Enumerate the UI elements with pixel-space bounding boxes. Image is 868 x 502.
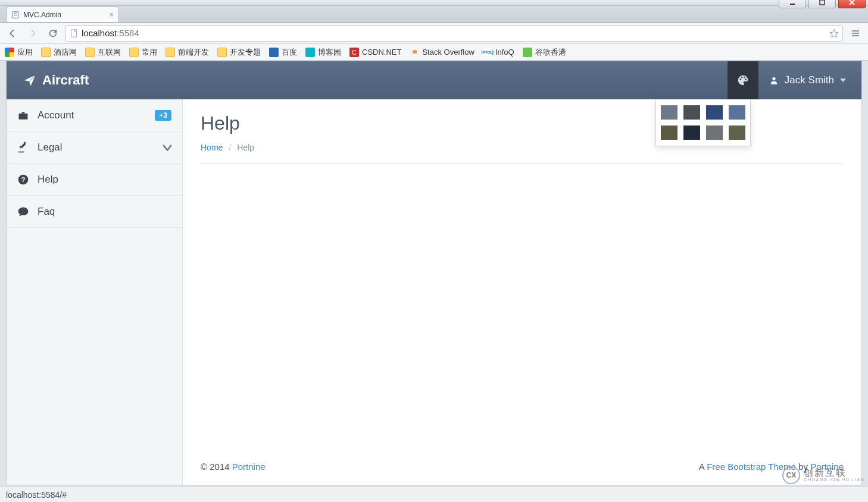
bookmark-star-icon[interactable] — [829, 29, 839, 38]
bookmark-item[interactable]: ≣Stack Overflow — [410, 48, 474, 57]
watermark-text: 创新互联 — [804, 468, 864, 478]
window-maximize-button[interactable] — [808, 0, 836, 8]
briefcase-icon — [17, 109, 29, 121]
footer: © 2014 Portnine A Free Bootstrap Theme b… — [201, 451, 844, 472]
bookmark-item[interactable]: 常用 — [129, 47, 157, 58]
window-close-button[interactable] — [838, 0, 866, 8]
theme-swatch[interactable] — [661, 105, 677, 120]
bookmark-label: InfoQ — [495, 48, 514, 57]
chevron-down-icon — [163, 143, 171, 152]
folder-icon — [129, 48, 139, 57]
watermark-logo-icon: CX — [782, 466, 800, 484]
bookmark-item[interactable]: 应用 — [5, 47, 33, 58]
svg-rect-6 — [14, 15, 17, 15]
theme-popover — [655, 99, 751, 146]
folder-icon — [166, 48, 175, 57]
sidebar-item-label: Account — [38, 109, 146, 121]
bookmark-item[interactable]: 百度 — [269, 47, 297, 58]
sidebar-item-label: Faq — [38, 206, 171, 218]
tab-close-icon[interactable]: × — [109, 10, 114, 19]
caret-down-icon — [840, 77, 846, 83]
paper-plane-icon — [23, 74, 36, 87]
theme-swatch[interactable] — [729, 126, 745, 140]
tab-title: MVC.Admin — [23, 11, 105, 19]
apps-icon — [5, 48, 14, 57]
watermark: CX 创新互联 CHUANG XIN HU LIAN — [782, 466, 864, 484]
nav-forward-button[interactable] — [25, 26, 40, 41]
theme-swatch[interactable] — [729, 105, 745, 120]
app-window: Aircraft Jack Smith Account+3Legal?HelpF… — [6, 61, 862, 485]
cyan-icon — [305, 48, 315, 57]
svg-rect-0 — [790, 4, 795, 5]
page-icon — [70, 29, 78, 37]
bookmark-label: 谷歌香港 — [535, 47, 566, 58]
bookmark-label: 应用 — [17, 47, 33, 58]
bookmark-item[interactable]: 前端开发 — [166, 47, 209, 58]
nav-reload-button[interactable] — [45, 26, 61, 41]
svg-rect-8 — [852, 30, 859, 31]
theme-swatch[interactable] — [661, 126, 677, 140]
nav-back-button[interactable] — [5, 26, 20, 41]
tab-favicon-icon — [11, 11, 20, 19]
svg-point-14 — [745, 79, 746, 80]
sidebar-item-account[interactable]: Account+3 — [7, 99, 182, 131]
sidebar-item-help[interactable]: ?Help — [7, 164, 182, 196]
browser-menu-button[interactable] — [848, 26, 863, 41]
bookmark-label: 前端开发 — [178, 47, 209, 58]
main-content: Help Home / Help © 2014 Portnine A Free … — [183, 99, 861, 485]
theme-swatch[interactable] — [683, 126, 700, 140]
sidebar-item-label: Legal — [38, 142, 155, 153]
brand[interactable]: Aircraft — [23, 73, 89, 88]
user-menu[interactable]: Jack Smith — [758, 61, 861, 99]
theme-swatch[interactable] — [706, 105, 723, 120]
folder-icon — [85, 48, 95, 57]
user-icon — [769, 76, 779, 85]
svg-rect-4 — [14, 12, 17, 13]
theme-picker-button[interactable] — [728, 61, 758, 99]
bookmark-label: 互联网 — [98, 47, 121, 58]
bookmark-item[interactable]: 互联网 — [85, 47, 121, 58]
palette-icon — [736, 74, 750, 87]
browser-tab[interactable]: MVC.Admin × — [6, 7, 119, 22]
bookmark-item[interactable]: 博客园 — [305, 47, 341, 58]
sidebar-badge: +3 — [155, 110, 171, 121]
sidebar-item-legal[interactable]: Legal — [7, 131, 182, 164]
user-name: Jack Smith — [785, 74, 834, 86]
browser-tabstrip: MVC.Admin × — [0, 6, 868, 23]
bookmark-item[interactable]: CCSDN.NET — [349, 48, 401, 57]
bookmark-label: Stack Overflow — [422, 48, 474, 57]
footer-right-prefix: A — [699, 462, 707, 472]
help-icon: ? — [17, 174, 29, 186]
browser-toolbar: localhost:5584 — [0, 23, 868, 44]
bookmark-item[interactable]: 开发专题 — [217, 47, 261, 58]
breadcrumb-current: Help — [237, 143, 254, 152]
folder-icon — [41, 48, 51, 57]
svg-point-13 — [744, 77, 745, 78]
theme-swatch[interactable] — [683, 105, 700, 120]
brand-label: Aircraft — [42, 73, 89, 88]
breadcrumb-home[interactable]: Home — [201, 143, 223, 152]
svg-point-11 — [740, 79, 741, 80]
svg-rect-1 — [820, 0, 825, 5]
window-minimize-button[interactable] — [779, 0, 806, 8]
svg-point-12 — [741, 77, 742, 78]
bookmark-label: 开发专题 — [230, 47, 261, 58]
bookmark-label: 博客园 — [318, 47, 341, 58]
bookmark-item[interactable]: 谷歌香港 — [523, 47, 566, 58]
app-body: Account+3Legal?HelpFaq Help Home / Help … — [7, 99, 861, 485]
chat-icon — [17, 206, 29, 218]
sidebar: Account+3Legal?HelpFaq — [7, 99, 183, 485]
bookmark-item[interactable]: InfoQInfoQ — [483, 48, 514, 57]
theme-swatch[interactable] — [706, 126, 723, 140]
address-bar[interactable]: localhost:5584 — [65, 25, 843, 42]
sidebar-item-faq[interactable]: Faq — [7, 196, 182, 228]
svg-rect-5 — [14, 14, 17, 14]
folder-icon — [217, 48, 227, 57]
status-text: localhost:5584/# — [6, 490, 67, 500]
breadcrumb-separator: / — [229, 143, 231, 152]
svg-rect-18 — [18, 151, 24, 152]
bookmark-label: CSDN.NET — [362, 48, 401, 57]
footer-portnine-link[interactable]: Portnine — [232, 462, 266, 472]
bookmark-label: 百度 — [282, 47, 297, 58]
bookmark-item[interactable]: 酒店网 — [41, 47, 77, 58]
